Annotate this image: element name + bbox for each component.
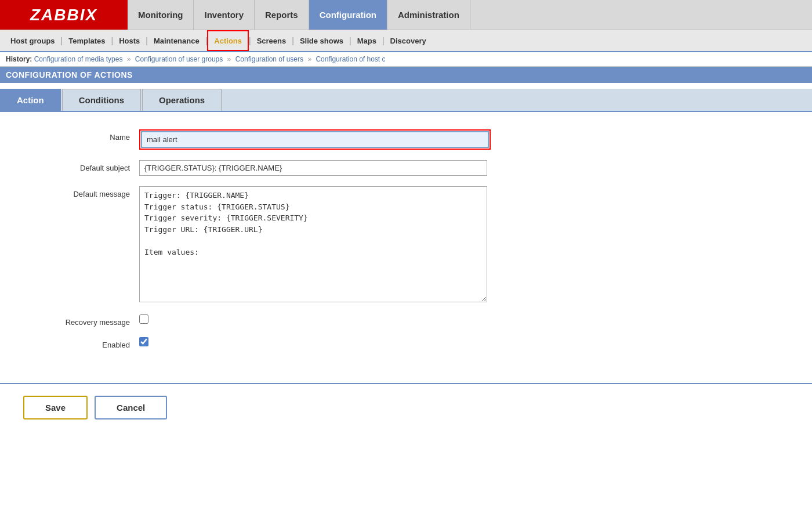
breadcrumb-item-3[interactable]: Configuration of users bbox=[235, 55, 303, 63]
tab-action[interactable]: Action bbox=[0, 89, 61, 111]
default-subject-wrap bbox=[139, 160, 499, 176]
enabled-label: Enabled bbox=[23, 337, 139, 349]
breadcrumb-sep2: » bbox=[227, 55, 231, 63]
breadcrumb-sep3: » bbox=[307, 55, 311, 63]
tab-operations[interactable]: Operations bbox=[142, 89, 222, 111]
nav-item-inventory[interactable]: Inventory bbox=[194, 0, 255, 30]
sub-nav-actions[interactable]: Actions bbox=[207, 30, 249, 51]
nav-item-reports[interactable]: Reports bbox=[255, 0, 309, 30]
cancel-button[interactable]: Cancel bbox=[95, 396, 167, 419]
nav-item-configuration[interactable]: Configuration bbox=[309, 0, 387, 30]
sub-nav-discovery[interactable]: Discovery bbox=[385, 30, 432, 51]
name-input-wrap bbox=[139, 129, 499, 150]
nav-item-monitoring[interactable]: Monitoring bbox=[128, 0, 194, 30]
breadcrumb-item-1[interactable]: Configuration of media types bbox=[34, 55, 123, 63]
name-input-outer bbox=[139, 129, 491, 150]
tab-bar: Action Conditions Operations bbox=[0, 89, 812, 112]
tab-conditions[interactable]: Conditions bbox=[62, 89, 141, 111]
sub-nav: Host groups | Templates | Hosts | Mainte… bbox=[0, 30, 812, 52]
recovery-message-label: Recovery message bbox=[23, 314, 139, 327]
default-message-wrap: Trigger: {TRIGGER.NAME} Trigger status: … bbox=[139, 186, 499, 304]
default-message-label: Default message bbox=[23, 186, 139, 198]
breadcrumb-label: History: bbox=[6, 55, 32, 63]
sub-nav-templates[interactable]: Templates bbox=[63, 30, 111, 51]
recovery-message-wrap bbox=[139, 314, 499, 324]
sub-nav-maps[interactable]: Maps bbox=[351, 30, 382, 51]
sub-nav-hosts[interactable]: Hosts bbox=[113, 30, 146, 51]
page-title: CONFIGURATION OF ACTIONS bbox=[0, 67, 812, 83]
breadcrumb: History: Configuration of media types » … bbox=[0, 52, 812, 67]
breadcrumb-sep1: » bbox=[127, 55, 131, 63]
default-message-textarea[interactable]: Trigger: {TRIGGER.NAME} Trigger status: … bbox=[139, 186, 487, 302]
logo: ZABBIX bbox=[0, 0, 128, 30]
nav-item-administration[interactable]: Administration bbox=[387, 0, 470, 30]
button-row: Save Cancel bbox=[0, 384, 812, 431]
enabled-checkbox[interactable] bbox=[139, 337, 148, 346]
save-button[interactable]: Save bbox=[23, 396, 88, 419]
form-row-recovery-message: Recovery message bbox=[23, 314, 789, 327]
default-subject-label: Default subject bbox=[23, 160, 139, 172]
breadcrumb-item-4[interactable]: Configuration of host c bbox=[316, 55, 385, 63]
form-row-default-message: Default message Trigger: {TRIGGER.NAME} … bbox=[23, 186, 789, 304]
form-row-enabled: Enabled bbox=[23, 337, 789, 349]
sub-nav-host-groups[interactable]: Host groups bbox=[5, 30, 61, 51]
form-row-default-subject: Default subject bbox=[23, 160, 789, 176]
sub-nav-maintenance[interactable]: Maintenance bbox=[148, 30, 205, 51]
nav-items: Monitoring Inventory Reports Configurati… bbox=[128, 0, 470, 30]
form-row-name: Name bbox=[23, 129, 789, 150]
name-input[interactable] bbox=[141, 131, 489, 148]
recovery-message-checkbox[interactable] bbox=[139, 314, 148, 324]
logo-text: ZABBIX bbox=[30, 6, 97, 24]
sub-nav-screens[interactable]: Screens bbox=[251, 30, 292, 51]
sub-nav-slide-shows[interactable]: Slide shows bbox=[294, 30, 349, 51]
default-subject-input[interactable] bbox=[139, 160, 487, 176]
form-area: Name Default subject Default message Tri… bbox=[0, 112, 812, 371]
top-nav: ZABBIX Monitoring Inventory Reports Conf… bbox=[0, 0, 812, 30]
breadcrumb-item-2[interactable]: Configuration of user groups bbox=[135, 55, 223, 63]
enabled-wrap bbox=[139, 337, 499, 346]
name-label: Name bbox=[23, 129, 139, 142]
